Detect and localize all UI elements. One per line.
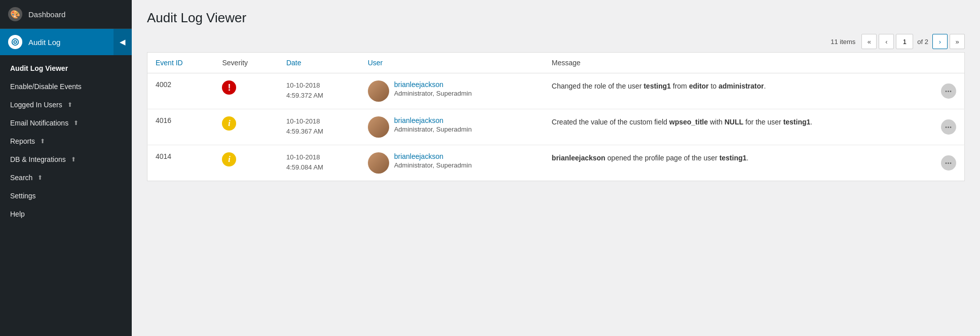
user-info: brianleejacksonAdministrator, Superadmin — [394, 116, 472, 133]
cell-severity: i — [214, 109, 278, 145]
sidebar-audit-log-header[interactable]: Audit Log ◀ — [0, 29, 132, 55]
pagination-next-button[interactable]: › — [932, 34, 948, 49]
upgrade-icon: ⬆ — [40, 138, 45, 145]
severity-info-icon: i — [222, 152, 236, 166]
cell-event-id: 4002 — [147, 73, 214, 109]
sidebar: 🎨 Dashboard Audit Log ◀ Audit Log Viewer… — [0, 0, 132, 336]
cell-date: 10-10-20184:59.084 AM — [278, 145, 360, 181]
sidebar-item-settings[interactable]: Settings — [0, 187, 132, 205]
sidebar-item-search[interactable]: Search⬆ — [0, 169, 132, 187]
sidebar-collapse-icon[interactable]: ◀ — [114, 29, 132, 55]
items-count: 11 items — [831, 38, 855, 46]
pagination-first-button[interactable]: « — [861, 34, 877, 49]
user-link[interactable]: brianleejackson — [394, 116, 443, 124]
cell-actions: ••• — [916, 109, 965, 145]
cell-user: brianleejacksonAdministrator, Superadmin — [360, 73, 544, 109]
more-options-button[interactable]: ••• — [941, 119, 956, 135]
table-row: 4016i10-10-20184:59.367 AMbrianleejackso… — [147, 109, 965, 145]
sidebar-item-help[interactable]: Help — [0, 205, 132, 223]
cell-user: brianleejacksonAdministrator, Superadmin — [360, 109, 544, 145]
upgrade-icon: ⬆ — [73, 119, 79, 127]
user-role: Administrator, Superadmin — [394, 90, 472, 97]
pagination-current-page[interactable] — [896, 34, 913, 49]
pagination-bar: 11 items « ‹ of 2 › » — [132, 31, 980, 52]
user-info: brianleejacksonAdministrator, Superadmin — [394, 80, 472, 97]
sidebar-item-db-integrations[interactable]: DB & Integrations⬆ — [0, 150, 132, 169]
sidebar-item-dashboard[interactable]: 🎨 Dashboard — [0, 0, 132, 29]
cell-severity: i — [214, 145, 278, 181]
user-role: Administrator, Superadmin — [394, 125, 472, 133]
table-header: Event ID Severity Date User Message — [147, 53, 965, 73]
pagination-prev-button[interactable]: ‹ — [879, 34, 894, 49]
sidebar-item-audit-log-viewer[interactable]: Audit Log Viewer — [0, 59, 132, 77]
cell-date: 10-10-20184:59.367 AM — [278, 109, 360, 145]
cell-user: brianleejacksonAdministrator, Superadmin — [360, 145, 544, 181]
more-options-button[interactable]: ••• — [941, 155, 956, 171]
upgrade-icon: ⬆ — [37, 174, 43, 181]
cell-actions: ••• — [916, 145, 965, 181]
sidebar-item-reports[interactable]: Reports⬆ — [0, 132, 132, 150]
col-actions — [916, 53, 965, 73]
user-link[interactable]: brianleejackson — [394, 80, 443, 89]
table-row: 4014i10-10-20184:59.084 AMbrianleejackso… — [147, 145, 965, 181]
sidebar-item-enable-disable-events[interactable]: Enable/Disable Events — [0, 77, 132, 96]
sidebar-audit-log-label: Audit Log — [28, 38, 60, 47]
cell-date: 10-10-20184:59.372 AM — [278, 73, 360, 109]
sidebar-dashboard-label: Dashboard — [28, 10, 65, 19]
pagination-last-button[interactable]: » — [950, 34, 965, 49]
severity-critical-icon: ! — [222, 80, 236, 95]
col-user[interactable]: User — [360, 53, 544, 73]
user-link[interactable]: brianleejackson — [394, 152, 443, 160]
page-title: Audit Log Viewer — [147, 10, 965, 26]
main-content: Audit Log Viewer 11 items « ‹ of 2 › » E… — [132, 0, 980, 336]
page-title-area: Audit Log Viewer — [132, 0, 980, 31]
avatar — [368, 80, 389, 102]
table-wrapper: Event ID Severity Date User Message 4002… — [132, 52, 980, 336]
upgrade-icon: ⬆ — [71, 156, 76, 163]
svg-point-3 — [14, 41, 16, 43]
cell-message: Changed the role of the user testing1 fr… — [544, 73, 916, 109]
table-row: 4002!10-10-20184:59.372 AMbrianleejackso… — [147, 73, 965, 109]
cell-event-id: 4016 — [147, 109, 214, 145]
col-severity: Severity — [214, 53, 278, 73]
more-options-button[interactable]: ••• — [941, 83, 956, 99]
avatar — [368, 116, 389, 138]
sidebar-item-logged-in-users[interactable]: Logged In Users⬆ — [0, 96, 132, 114]
cell-actions: ••• — [916, 73, 965, 109]
cell-event-id: 4014 — [147, 145, 214, 181]
audit-log-icon — [8, 35, 22, 49]
pagination-of-total: of 2 — [917, 38, 928, 46]
upgrade-icon: ⬆ — [67, 101, 72, 108]
col-message: Message — [544, 53, 916, 73]
audit-log-table: Event ID Severity Date User Message 4002… — [147, 52, 965, 181]
sidebar-menu: Audit Log ViewerEnable/Disable EventsLog… — [0, 55, 132, 227]
col-date[interactable]: Date — [278, 53, 360, 73]
cell-message: brianleejackson opened the profile page … — [544, 145, 916, 181]
table-body: 4002!10-10-20184:59.372 AMbrianleejackso… — [147, 73, 965, 181]
col-event-id[interactable]: Event ID — [147, 53, 214, 73]
severity-info-icon: i — [222, 116, 236, 131]
user-role: Administrator, Superadmin — [394, 161, 472, 169]
cell-severity: ! — [214, 73, 278, 109]
cell-message: Created the value of the custom field wp… — [544, 109, 916, 145]
avatar — [368, 152, 389, 174]
sidebar-item-email-notifications[interactable]: Email Notifications⬆ — [0, 114, 132, 132]
dashboard-icon: 🎨 — [8, 7, 22, 21]
user-info: brianleejacksonAdministrator, Superadmin — [394, 152, 472, 169]
